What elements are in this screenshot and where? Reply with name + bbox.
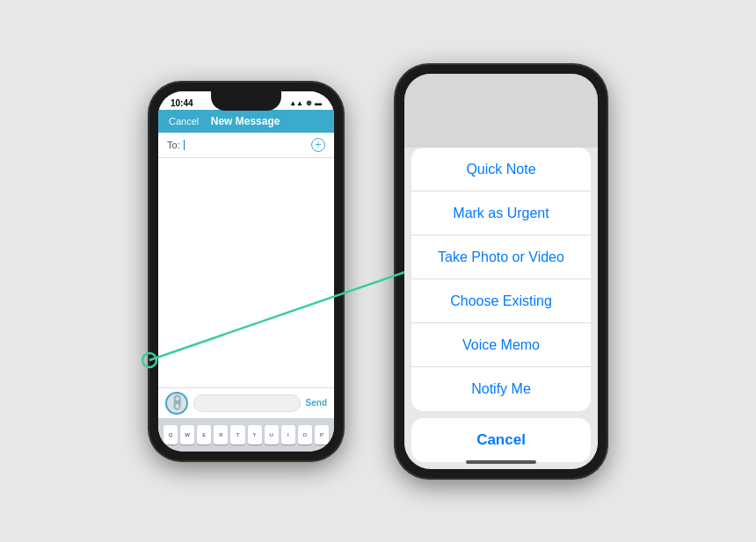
to-label: To: xyxy=(167,140,180,150)
key-u[interactable]: U xyxy=(265,425,279,444)
key-r[interactable]: R xyxy=(214,425,228,444)
action-item-take-photo[interactable]: Take Photo or Video xyxy=(411,235,591,279)
status-icons: ▲▲ ⊛ ▬ xyxy=(289,99,322,107)
attach-button[interactable]: 🔗 xyxy=(165,392,188,415)
nav-bar: Cancel New Message xyxy=(158,110,334,133)
action-sheet-backdrop xyxy=(404,74,598,148)
action-sheet-options: Quick Note Mark as Urgent Take Photo or … xyxy=(411,148,591,411)
home-indicator xyxy=(466,460,536,464)
status-time: 10:44 xyxy=(171,98,193,108)
action-sheet: Quick Note Mark as Urgent Take Photo or … xyxy=(404,148,598,469)
action-item-mark-urgent[interactable]: Mark as Urgent xyxy=(411,192,591,235)
key-q[interactable]: Q xyxy=(164,425,178,444)
key-p[interactable]: P xyxy=(315,425,329,444)
action-item-quick-note[interactable]: Quick Note xyxy=(411,148,591,192)
wifi-icon: ⊛ xyxy=(306,99,312,107)
left-phone: 10:44 ▲▲ ⊛ ▬ Cancel New Message To: + xyxy=(149,83,343,460)
key-i[interactable]: I xyxy=(281,425,295,444)
action-sheet-cancel[interactable]: Cancel xyxy=(411,418,591,462)
key-y[interactable]: Y xyxy=(248,425,262,444)
key-w[interactable]: W xyxy=(180,425,194,444)
signal-icon: ▲▲ xyxy=(289,99,303,107)
left-phone-screen: 10:44 ▲▲ ⊛ ▬ Cancel New Message To: + xyxy=(158,91,334,452)
key-e[interactable]: E xyxy=(197,425,211,444)
paperclip-icon: 🔗 xyxy=(167,394,186,413)
message-body[interactable] xyxy=(158,158,334,334)
text-cursor xyxy=(184,140,185,150)
page-title: New Message xyxy=(211,115,280,127)
key-o[interactable]: O xyxy=(298,425,312,444)
right-phone: Quick Note Mark as Urgent Take Photo or … xyxy=(396,65,607,478)
to-field[interactable]: To: + xyxy=(158,133,334,158)
right-phone-screen: Quick Note Mark as Urgent Take Photo or … xyxy=(404,74,598,469)
action-item-choose-existing[interactable]: Choose Existing xyxy=(411,279,591,323)
action-item-voice-memo[interactable]: Voice Memo xyxy=(411,323,591,367)
scene: 10:44 ▲▲ ⊛ ▬ Cancel New Message To: + xyxy=(0,0,756,542)
battery-icon: ▬ xyxy=(315,99,322,107)
add-recipient-button[interactable]: + xyxy=(311,138,325,152)
action-item-notify-me[interactable]: Notify Me xyxy=(411,367,591,411)
send-button[interactable]: Send xyxy=(306,398,327,408)
cancel-button[interactable]: Cancel xyxy=(169,116,199,126)
keyboard: Q W E R T Y U I O P xyxy=(158,418,334,452)
message-input[interactable] xyxy=(193,394,301,412)
notch xyxy=(211,91,281,111)
bottom-bar: 🔗 Send xyxy=(158,387,334,418)
key-t[interactable]: T xyxy=(230,425,244,444)
